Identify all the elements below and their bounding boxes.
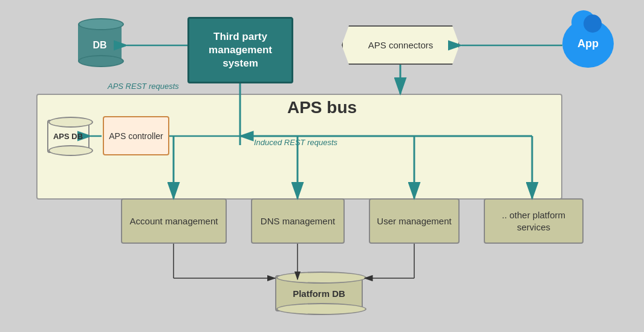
user-management-box: User management xyxy=(369,198,460,244)
aps-rest-label: APS REST requests xyxy=(108,82,179,91)
aps-db-label: APS DB xyxy=(53,132,83,141)
dns-management-label: DNS management xyxy=(261,215,335,227)
tpms-box: Third party management system xyxy=(187,17,293,83)
platform-db-shape: Platform DB xyxy=(275,275,363,314)
aps-db-cylinder: APS DB xyxy=(47,120,89,153)
aps-bus-label: APS bus xyxy=(287,98,357,117)
account-management-label: Account management xyxy=(130,215,218,227)
account-management-box: Account management xyxy=(121,198,227,244)
user-management-label: User management xyxy=(377,215,451,227)
db-shape: DB xyxy=(76,23,124,68)
aps-controller-label: APS controller xyxy=(109,131,163,141)
other-platform-box: .. other platform services xyxy=(484,198,584,244)
aps-controller-box: APS controller xyxy=(103,116,169,155)
aps-db-shape: APS DB xyxy=(45,118,91,154)
diagram-container: APS bus DB Third party management system… xyxy=(0,0,644,332)
platform-db-cylinder: Platform DB xyxy=(275,275,363,311)
other-platform-label: .. other platform services xyxy=(490,209,577,233)
dns-management-box: DNS management xyxy=(251,198,345,244)
aps-connectors-box: APS connectors xyxy=(342,25,460,65)
tpms-label: Third party management system xyxy=(194,30,287,70)
aps-connectors-label: APS connectors xyxy=(368,40,434,50)
app-label: App xyxy=(577,37,599,50)
induced-rest-label: Induced REST requests xyxy=(254,138,337,147)
db-cylinder: DB xyxy=(78,23,122,62)
platform-db-label: Platform DB xyxy=(293,288,345,299)
app-cloud: App xyxy=(562,19,614,68)
db-label: DB xyxy=(93,40,106,51)
